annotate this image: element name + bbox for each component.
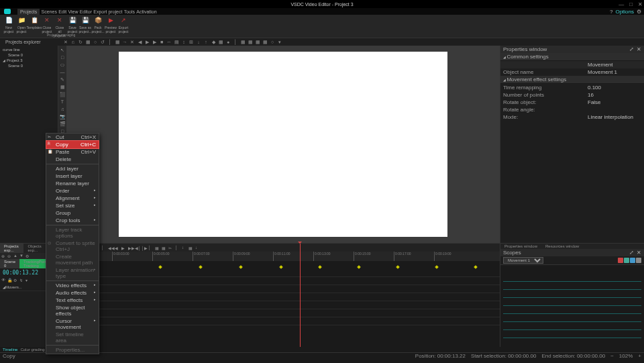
toolbar-icon-26[interactable]: ▦	[255, 40, 260, 45]
keyframe[interactable]	[396, 265, 400, 269]
keyframe[interactable]	[318, 265, 322, 269]
playback-btn-8[interactable]: ◀	[115, 246, 119, 250]
ctx-order[interactable]: Order▸	[46, 187, 99, 195]
movement-settings-section[interactable]: ◢ Movement effect settings	[500, 76, 644, 84]
tool-6[interactable]: ⬛	[60, 91, 66, 97]
toolbar-icon-21[interactable]: ▦	[218, 40, 223, 45]
menu-tools[interactable]: Tools	[124, 9, 135, 14]
preview-project-button[interactable]: ▶Preview project	[105, 15, 117, 38]
help-icon[interactable]: ?	[610, 9, 612, 15]
toolbar-icon-20[interactable]: ◆	[211, 40, 216, 45]
scene-tab[interactable]: Scene 0	[0, 259, 19, 268]
toolbar-icon-27[interactable]: ▦	[262, 40, 268, 45]
keyframe-row[interactable]	[58, 265, 500, 269]
tree-item[interactable]: Scene 0	[1, 63, 56, 68]
save-as-project--button[interactable]: 💾Save as project...	[79, 15, 91, 38]
property-row[interactable]: Time remapping0.100	[500, 84, 644, 91]
scope-btn-3[interactable]	[636, 258, 641, 263]
toolbar-icon-9[interactable]: ✕	[129, 40, 135, 45]
toolbar-icon-15[interactable]: ▤	[174, 40, 179, 45]
ctx-alignment[interactable]: Alignment▸	[46, 195, 99, 202]
property-row[interactable]: Number of points16	[500, 91, 644, 99]
playback-btn-19[interactable]: ▦	[189, 246, 193, 250]
ctx-copy[interactable]: ⎘CopyCtrl+C	[46, 141, 99, 148]
ctx-paste[interactable]: 📋PasteCtrl+V	[46, 148, 99, 156]
menu-view[interactable]: View	[68, 9, 78, 14]
toolbar-icon-23[interactable]: │	[233, 40, 238, 45]
playback-btn-12[interactable]: │▶	[142, 246, 146, 250]
toolbar-icon-2[interactable]: ↻	[78, 40, 83, 45]
toolbar-icon-18[interactable]: ↓	[196, 40, 201, 45]
toolbar-icon-14[interactable]: ↔	[166, 40, 172, 45]
ctx-add-layer[interactable]: Add layer	[46, 165, 99, 172]
toolbar-icon-3[interactable]: ▦	[85, 40, 91, 45]
toolbar-icon-11[interactable]: ▶	[144, 40, 150, 45]
playback-btn-16[interactable]: ✂	[168, 246, 173, 250]
project-tree[interactable]: curve lineScene 0◢Project 3Scene 0	[0, 46, 58, 70]
property-row[interactable]: Rotate angle:	[500, 106, 644, 113]
keyframe[interactable]	[357, 265, 361, 269]
maximize-button[interactable]: □	[629, 1, 633, 7]
toolbar-icon-13[interactable]: ■	[159, 40, 164, 45]
properties-window-tab[interactable]: Properties window	[500, 244, 541, 249]
keyframe[interactable]	[435, 265, 439, 269]
ctx-group[interactable]: Group	[46, 209, 99, 217]
common-settings-section[interactable]: ◢ Common settings	[500, 53, 644, 61]
toolbar-icon-16[interactable]: ↕	[181, 40, 186, 45]
playback-btn-9[interactable]: ▶	[121, 246, 126, 250]
scopes-pin-icon[interactable]: ⤢	[629, 250, 634, 256]
playback-btn-15[interactable]: ▦	[162, 246, 166, 250]
scopes-close-icon[interactable]: ✕	[637, 250, 641, 256]
tl-up-icon[interactable]: ▲	[13, 254, 18, 258]
tool-8[interactable]: ♫	[60, 106, 66, 112]
toolbar-icon-28[interactable]: ○	[270, 40, 275, 45]
tl-collapse-icon[interactable]: ▾	[25, 278, 30, 282]
playback-btn-17[interactable]: │	[175, 246, 180, 250]
timeline-main[interactable]: ◀◀▦◀■▶▦│◀◀◀▶▶▶◀││▶│▦▦✂│↕▦↓ 0:00:01:000:0…	[58, 244, 500, 347]
templates-button[interactable]: 📋Templates	[28, 15, 40, 38]
track-label[interactable]: Movem...	[5, 285, 22, 289]
property-row[interactable]: Rotate object:False	[500, 99, 644, 106]
tree-item[interactable]: curve line	[1, 47, 56, 52]
ctx-rename-layer[interactable]: Rename layer	[46, 180, 99, 187]
toolbar-icon-12[interactable]: ▶	[152, 40, 157, 45]
toolbar-icon-22[interactable]: ●	[225, 40, 231, 45]
tl-eye-icon[interactable]: 👁	[1, 278, 6, 282]
ctx-set-size[interactable]: Set size▸	[46, 202, 99, 209]
ctx-insert-layer[interactable]: Insert layer	[46, 172, 99, 180]
tl-left-tab[interactable]: Objects exp...	[23, 244, 47, 253]
tool-7[interactable]: T	[60, 99, 66, 105]
tool-4[interactable]: ✎	[60, 76, 66, 83]
toolbar-icon-7[interactable]: ▦	[115, 40, 120, 45]
zoom-in-button[interactable]: +	[638, 353, 641, 359]
tl-remove-icon[interactable]: ⊖	[7, 254, 12, 258]
scope-btn-2[interactable]	[630, 258, 635, 263]
toolbar-icon-19[interactable]: ↑	[203, 40, 209, 45]
ctx-delete[interactable]: Delete	[46, 156, 99, 163]
resources-window-tab[interactable]: Resources window	[541, 244, 583, 249]
scope-select[interactable]: Movement 1	[503, 257, 543, 264]
ctx-crop-tools[interactable]: Crop tools▸	[46, 217, 99, 224]
keyframe[interactable]	[279, 265, 283, 269]
ctx-cut[interactable]: ✂CutCtrl+X	[46, 134, 99, 141]
property-row[interactable]: Mode:Linear interpolation	[500, 113, 644, 121]
scope-btn-0[interactable]	[618, 258, 623, 263]
toolbar-icon-10[interactable]: ◀	[137, 40, 142, 45]
toolbar-icon-0[interactable]: ✕	[63, 40, 68, 45]
ctx-video-effects[interactable]: Video effects▸	[46, 282, 99, 289]
tool-1[interactable]: □	[60, 54, 66, 60]
toolbar-icon-29[interactable]: ▾	[277, 40, 282, 45]
zoom-out-button[interactable]: −	[610, 353, 614, 359]
menu-export-project[interactable]: Export project	[93, 9, 122, 14]
toolbar-icon-8[interactable]: →	[122, 40, 127, 45]
toolbar-icon-6[interactable]: │	[107, 40, 113, 45]
toolbar-icon-5[interactable]: ↺	[100, 40, 105, 45]
menu-scenes[interactable]: Scenes	[42, 9, 57, 14]
playback-btn-7[interactable]: ◀◀	[108, 246, 113, 250]
tl-gear-icon[interactable]: ⚙	[13, 278, 18, 282]
scopes-graph[interactable]	[500, 264, 644, 352]
keyframe[interactable]	[158, 265, 162, 269]
timeline-tab[interactable]: Timeline	[3, 348, 17, 352]
menu-projects[interactable]: Projects	[17, 9, 40, 15]
canvas[interactable]	[119, 52, 447, 237]
